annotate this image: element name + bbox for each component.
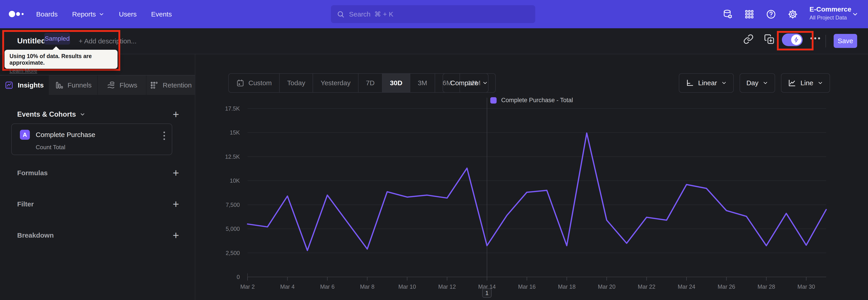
add-filter-button[interactable]: + [173,200,179,209]
add-event-button[interactable]: + [173,110,179,119]
svg-text:Mar 2: Mar 2 [240,283,255,290]
event-name: Complete Purchase [36,131,95,139]
learn-more-link[interactable]: Learn More [9,68,37,74]
duplicate-icon[interactable] [764,34,774,44]
search-input[interactable] [349,10,516,18]
event-metric[interactable]: Count Total [36,144,65,151]
nav-item-events[interactable]: Events [151,10,172,18]
nav-item-reports[interactable]: Reports [72,10,104,18]
tab-retention[interactable]: Retention [146,76,195,95]
nav-item-boards[interactable]: Boards [36,10,58,18]
event-card[interactable]: A Complete Purchase Count Total [11,123,172,155]
svg-text:7,500: 7,500 [225,202,240,208]
insights-icon [4,81,13,90]
save-button[interactable]: Save [834,34,857,48]
nav-icon-group [722,0,798,28]
svg-text:17.5K: 17.5K [225,106,240,112]
svg-text:Mar 6: Mar 6 [320,283,335,290]
chevron-down-icon [98,11,104,17]
events-cohorts-title[interactable]: Events & Cohorts [17,110,86,118]
svg-text:Mar 10: Mar 10 [398,283,416,290]
retention-icon [150,81,159,90]
svg-text:12.5K: 12.5K [225,153,240,160]
sampled-badge[interactable]: Sampled [44,33,70,44]
project-scope: All Project Data [809,14,851,21]
flows-icon [106,81,116,90]
data-management-icon[interactable] [722,9,733,20]
chevron-down-icon [80,112,86,117]
svg-text:Mar 12: Mar 12 [438,283,456,290]
app-window: Boards Reports Users Events [0,0,868,300]
svg-text:Mar 20: Mar 20 [598,283,616,290]
svg-text:2,500: 2,500 [225,250,240,256]
lightning-bolt-icon [794,37,799,43]
tab-label: Retention [163,81,192,89]
svg-text:Mar 16: Mar 16 [518,283,536,290]
filter-label: Filter [17,200,34,208]
search-icon [337,10,344,18]
add-description[interactable]: + Add description... [79,37,136,45]
event-row: A Complete Purchase [20,130,95,140]
add-formula-button[interactable]: + [173,169,179,177]
event-options-icon[interactable] [163,131,165,140]
svg-text:Mar 18: Mar 18 [558,283,576,290]
svg-text:5,000: 5,000 [225,226,240,232]
mixpanel-logo-icon[interactable] [8,9,28,19]
top-nav: Boards Reports Users Events [0,0,868,28]
toggle-knob [791,35,802,45]
svg-text:10K: 10K [230,177,240,184]
project-selector[interactable]: E-Commerce All Project Data [809,5,851,21]
chart-panel: Custom Today Yesterday 7D 30D 3M 6M 12M … [195,54,868,300]
global-search[interactable] [331,5,535,23]
project-name: E-Commerce [809,5,851,13]
funnels-icon [55,81,64,90]
report-title[interactable]: Untitled [17,36,46,45]
svg-text:Mar 28: Mar 28 [757,283,775,290]
query-builder-sidebar: Insights Funnels Flows Retention Events … [0,54,195,300]
tab-insights[interactable]: Insights [0,76,49,95]
svg-text:Mar 8: Mar 8 [360,283,375,290]
tab-funnels[interactable]: Funnels [49,76,97,95]
tooltip-text: Using 10% of data. Results are approxima… [9,53,118,66]
apps-grid-icon[interactable] [744,9,754,20]
tab-label: Flows [120,81,137,89]
formulas-section: Formulas + [17,169,179,177]
annotation-marker[interactable]: 1 [482,288,492,298]
breakdown-label: Breakdown [17,232,54,239]
nav-links: Boards Reports Users Events [36,0,172,28]
svg-text:Mar 22: Mar 22 [638,283,655,290]
svg-text:Mar 26: Mar 26 [718,283,735,290]
settings-gear-icon[interactable] [787,9,798,20]
add-breakdown-button[interactable]: + [173,231,179,240]
svg-text:Mar 30: Mar 30 [798,283,815,290]
filter-section: Filter + [17,200,179,209]
toolbar-divider [826,35,826,48]
formulas-label: Formulas [17,169,48,177]
breakdown-section: Breakdown + [17,231,179,240]
svg-text:Mar 4: Mar 4 [280,283,295,290]
report-type-tabs: Insights Funnels Flows Retention [0,75,195,95]
copy-link-icon[interactable] [743,34,754,44]
tab-label: Funnels [68,81,92,89]
more-options-icon[interactable] [810,37,820,39]
sampling-tooltip: Using 10% of data. Results are approxima… [4,50,118,69]
help-icon[interactable] [766,9,776,20]
line-chart[interactable]: 02,5005,0007,50010K12.5K15K17.5KMar 2Mar… [195,54,868,300]
events-cohorts-header: Events & Cohorts + [17,110,179,119]
svg-text:Mar 24: Mar 24 [678,283,695,290]
svg-text:0: 0 [237,274,240,280]
svg-text:15K: 15K [230,129,240,136]
sampling-toggle[interactable] [782,33,803,46]
tab-flows[interactable]: Flows [97,76,146,95]
tab-label: Insights [18,81,43,89]
project-chevron-icon[interactable] [852,11,859,18]
event-series-badge: A [20,130,30,140]
nav-item-users[interactable]: Users [119,10,136,18]
